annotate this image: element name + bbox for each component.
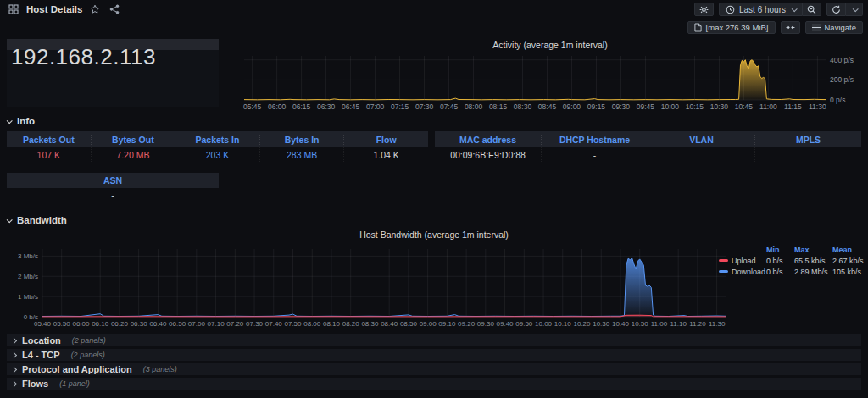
svg-text:11:00: 11:00 xyxy=(760,102,777,111)
bandwidth-chart[interactable]: 05:4005:5006:0006:1006:2006:3006:4006:50… xyxy=(7,240,732,330)
max-memory-button[interactable]: [max 276.39 MiB] xyxy=(687,21,776,34)
val-packets-in: 203 K xyxy=(175,147,259,163)
svg-text:2 Mb/s: 2 Mb/s xyxy=(18,273,38,280)
legend-row-upload[interactable]: Upload 0 b/s 65.5 kb/s 2.67 kb/s 0 b/s xyxy=(719,255,860,266)
activity-panel: Activity (average 1m interval) 05:4506:0… xyxy=(239,39,861,113)
refresh-interval-dropdown[interactable] xyxy=(846,3,863,16)
svg-text:09:50: 09:50 xyxy=(515,320,533,328)
col-packets-in: Packets In xyxy=(175,135,259,145)
svg-text:07:40: 07:40 xyxy=(265,320,283,328)
host-details-dashboard: Host Details Last 6 hours xyxy=(0,0,868,398)
asn-panel: ASN - xyxy=(7,173,219,205)
svg-text:08:40: 08:40 xyxy=(381,320,398,328)
refresh-button[interactable] xyxy=(826,3,846,16)
col-vlan: VLAN xyxy=(648,135,754,145)
info-details-values: 00:09:6B:E9:D0:88 - xyxy=(435,147,861,163)
chevron-down-icon xyxy=(792,6,798,12)
dashboard-settings-button[interactable] xyxy=(694,3,714,16)
download-swatch xyxy=(719,270,728,273)
svg-text:200 p/s: 200 p/s xyxy=(830,75,854,84)
svg-text:08:20: 08:20 xyxy=(342,320,360,328)
info-stats-table: Packets Out Bytes Out Packets In Bytes I… xyxy=(7,131,428,163)
section-bandwidth[interactable]: Bandwidth xyxy=(7,215,67,225)
svg-text:10:20: 10:20 xyxy=(573,320,591,328)
navigate-button[interactable]: Navigate xyxy=(805,21,864,34)
svg-text:11:30: 11:30 xyxy=(809,102,826,111)
section-location[interactable]: Location (2 panels) xyxy=(7,334,861,346)
svg-text:11:00: 11:00 xyxy=(651,320,668,328)
svg-text:10:15: 10:15 xyxy=(686,102,704,111)
svg-text:3 Mb/s: 3 Mb/s xyxy=(18,252,38,260)
svg-text:09:10: 09:10 xyxy=(438,320,456,328)
val-packets-out: 107 K xyxy=(7,147,91,163)
asn-header: ASN xyxy=(7,173,219,188)
svg-text:07:45: 07:45 xyxy=(440,102,459,111)
val-bytes-in: 283 MB xyxy=(259,147,344,163)
svg-text:08:30: 08:30 xyxy=(514,102,532,111)
legend-col-min: Min xyxy=(766,246,794,254)
chevron-down-icon xyxy=(7,217,13,223)
val-mac-address: 00:09:6B:E9:D0:88 xyxy=(435,147,541,163)
legend-col-max: Max xyxy=(794,246,832,254)
svg-text:09:30: 09:30 xyxy=(477,320,495,328)
svg-text:10:30: 10:30 xyxy=(710,102,729,111)
star-icon[interactable] xyxy=(88,3,102,16)
compress-button[interactable] xyxy=(781,21,800,34)
svg-text:08:00: 08:00 xyxy=(303,320,321,328)
zoom-out-time-button[interactable] xyxy=(803,3,821,16)
section-l4-tcp[interactable]: L4 - TCP (2 panels) xyxy=(7,349,861,361)
svg-text:06:45: 06:45 xyxy=(342,102,360,111)
svg-text:08:50: 08:50 xyxy=(400,320,418,328)
section-info-label: Info xyxy=(17,116,35,126)
legend-row-download[interactable]: Download 0 b/s 2.89 Mb/s 105 kb/s 0 b/s xyxy=(719,266,860,277)
info-details-table: MAC address DHCP Hostname VLAN MPLS 00:0… xyxy=(435,131,861,163)
col-mac-address: MAC address xyxy=(435,135,541,145)
share-icon[interactable] xyxy=(108,3,121,16)
svg-text:07:30: 07:30 xyxy=(415,102,434,111)
svg-text:09:20: 09:20 xyxy=(458,320,476,328)
svg-text:06:00: 06:00 xyxy=(72,320,90,328)
section-flows[interactable]: Flows (1 panel) xyxy=(7,378,861,390)
svg-text:11:20: 11:20 xyxy=(689,320,706,328)
activity-chart[interactable]: 05:4506:0006:1506:3006:4507:0007:1507:30… xyxy=(239,51,861,113)
svg-text:07:00: 07:00 xyxy=(188,320,206,328)
host-ip-value: 192.168.2.113 xyxy=(11,44,156,70)
svg-text:10:45: 10:45 xyxy=(735,102,754,111)
svg-text:07:30: 07:30 xyxy=(246,320,264,328)
chevron-right-icon xyxy=(11,366,17,372)
info-stats-header: Packets Out Bytes Out Packets In Bytes I… xyxy=(7,131,428,147)
upload-swatch xyxy=(719,259,728,262)
chevron-right-icon xyxy=(11,380,17,386)
bandwidth-legend: Min Max Mean Last Upload 0 b/s 65.5 kb/s… xyxy=(719,244,860,277)
section-protocol-application[interactable]: Protocol and Application (3 panels) xyxy=(7,363,861,375)
svg-text:10:50: 10:50 xyxy=(632,320,649,328)
info-details-header: MAC address DHCP Hostname VLAN MPLS xyxy=(435,131,861,147)
host-ip-panel: 192.168.2.113 xyxy=(7,39,219,107)
refresh-controls xyxy=(826,3,863,16)
dashboard-title[interactable]: Host Details xyxy=(26,4,82,14)
svg-text:08:45: 08:45 xyxy=(538,102,557,111)
svg-text:10:40: 10:40 xyxy=(612,320,630,328)
max-memory-label: [max 276.39 MiB] xyxy=(706,23,769,32)
info-stats-values: 107 K 7.20 MB 203 K 283 MB 1.04 K xyxy=(7,147,428,163)
svg-text:400 p/s: 400 p/s xyxy=(830,56,854,64)
svg-text:08:00: 08:00 xyxy=(465,102,483,111)
col-dhcp-hostname: DHCP Hostname xyxy=(541,135,648,145)
svg-text:10:00: 10:00 xyxy=(661,102,680,111)
val-bytes-out: 7.20 MB xyxy=(91,147,175,163)
svg-text:05:50: 05:50 xyxy=(53,320,71,328)
svg-text:1 Mb/s: 1 Mb/s xyxy=(18,293,38,301)
col-mpls: MPLS xyxy=(754,135,861,145)
svg-text:09:30: 09:30 xyxy=(612,102,631,111)
dashboard-grid-icon[interactable] xyxy=(7,3,20,16)
chevron-down-icon xyxy=(7,118,13,124)
time-controls: Last 6 hours xyxy=(719,3,821,16)
svg-text:07:15: 07:15 xyxy=(391,102,409,111)
chevron-right-icon xyxy=(11,337,17,343)
svg-text:09:40: 09:40 xyxy=(497,320,515,328)
svg-text:07:10: 07:10 xyxy=(208,320,225,328)
svg-text:06:00: 06:00 xyxy=(268,102,287,111)
section-info[interactable]: Info xyxy=(7,116,35,126)
svg-text:10:10: 10:10 xyxy=(554,320,572,328)
time-range-picker[interactable]: Last 6 hours xyxy=(719,3,803,16)
